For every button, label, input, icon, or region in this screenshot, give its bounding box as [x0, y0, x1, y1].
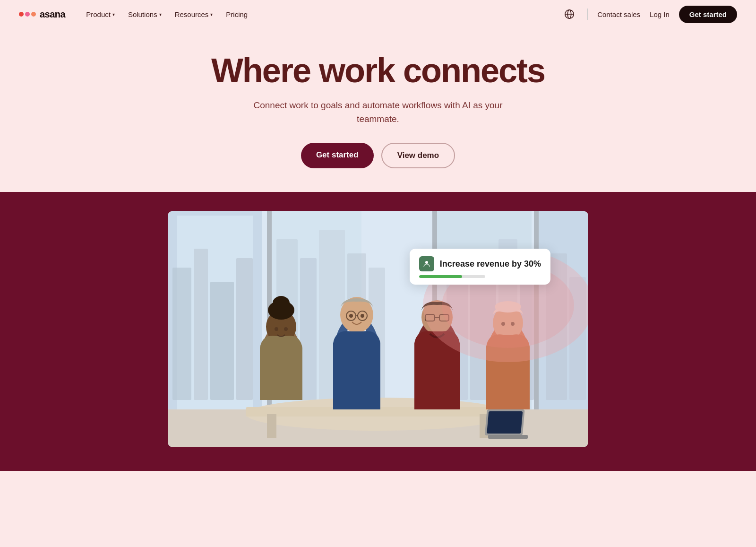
video-section: Increase revenue by 30% [0, 192, 756, 471]
svg-point-38 [284, 327, 288, 331]
nav-item-pricing[interactable]: Pricing [220, 7, 253, 22]
logo[interactable]: asana [19, 9, 65, 20]
chevron-down-icon: ▾ [159, 12, 162, 17]
login-button[interactable]: Log In [650, 10, 670, 18]
hero-section: Where work connects Connect work to goal… [0, 28, 756, 192]
svg-rect-15 [236, 258, 253, 400]
view-demo-button[interactable]: View demo [381, 143, 455, 168]
goal-card-header: Increase revenue by 30% [419, 256, 541, 271]
navbar: asana Product ▾ Solutions ▾ Resources ▾ … [0, 0, 756, 28]
contact-sales-link[interactable]: Contact sales [597, 10, 640, 18]
scene-svg [168, 211, 588, 447]
svg-rect-30 [267, 414, 276, 438]
dot-red [19, 12, 24, 17]
get-started-button[interactable]: Get started [301, 143, 374, 168]
chevron-down-icon: ▾ [210, 12, 213, 17]
nav-links: Product ▾ Solutions ▾ Resources ▾ Pricin… [80, 7, 253, 22]
svg-rect-14 [210, 282, 234, 400]
navbar-right: Contact sales Log In Get started [561, 6, 737, 23]
nav-item-product[interactable]: Product ▾ [80, 7, 120, 22]
video-container: Increase revenue by 30% [168, 211, 588, 447]
hero-title: Where work connects [211, 52, 545, 89]
get-started-nav-button[interactable]: Get started [679, 6, 737, 23]
logo-icon [19, 12, 36, 17]
goal-progress-bar [419, 275, 485, 278]
dot-orange [31, 12, 36, 17]
person-icon [422, 260, 431, 268]
navbar-left: asana Product ▾ Solutions ▾ Resources ▾ … [19, 7, 253, 22]
svg-point-46 [349, 314, 353, 318]
goal-icon [419, 256, 434, 271]
divider [587, 9, 588, 20]
hero-buttons: Get started View demo [301, 143, 455, 168]
goal-card-text: Increase revenue by 30% [440, 259, 541, 269]
globe-button[interactable] [561, 6, 578, 23]
svg-point-36 [273, 296, 290, 310]
svg-point-65 [425, 261, 428, 264]
globe-icon [564, 9, 575, 19]
goal-card: Increase revenue by 30% [410, 249, 550, 285]
logo-text: asana [40, 9, 65, 20]
meeting-scene: Increase revenue by 30% [168, 211, 588, 447]
svg-point-47 [361, 314, 364, 318]
nav-item-resources[interactable]: Resources ▾ [169, 7, 219, 22]
svg-rect-12 [172, 268, 191, 400]
goal-progress-fill [419, 275, 462, 278]
svg-rect-62 [488, 435, 528, 439]
dot-pink [25, 12, 30, 17]
nav-item-solutions[interactable]: Solutions ▾ [122, 7, 167, 22]
svg-rect-13 [194, 249, 208, 400]
chevron-down-icon: ▾ [112, 12, 115, 17]
svg-rect-17 [300, 258, 317, 400]
svg-rect-61 [487, 411, 523, 434]
svg-point-37 [275, 327, 278, 331]
hero-subtitle: Connect work to goals and automate workf… [236, 99, 520, 126]
